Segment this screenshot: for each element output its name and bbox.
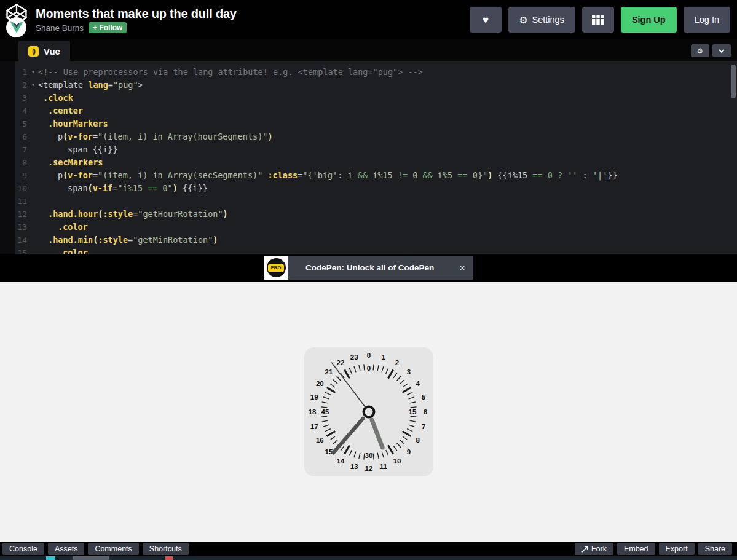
logo-stack [5, 1, 31, 38]
pro-banner[interactable]: PRO CodePen: Unlock all of CodePen × [264, 256, 473, 280]
code-line[interactable]: 10span(v-if="i%15 == 0") {{i}} [0, 182, 731, 195]
clock-tick [336, 376, 341, 381]
chevron-down-icon [719, 49, 725, 53]
signup-button[interactable]: Sign Up [621, 7, 677, 33]
login-button[interactable]: Log In [684, 7, 730, 33]
clock-big-tick [402, 431, 411, 436]
code-line[interactable]: 4.center [0, 105, 731, 117]
clock-tick [393, 373, 396, 377]
code-token: span [68, 183, 88, 193]
console-teal-fragment [46, 556, 55, 560]
clock-hour-label: 14 [336, 457, 344, 464]
code-text: .center [38, 105, 731, 117]
code-line[interactable]: 13.color [0, 221, 731, 234]
pen-info: Moments that make up the dull day Shane … [36, 6, 237, 33]
code-token: && [422, 170, 432, 180]
code-line[interactable]: 6p(v-for="(item, i) in Array(hourSegment… [0, 130, 731, 143]
codepen-page: Moments that make up the dull day Shane … [0, 0, 737, 560]
code-text: .secMarkers [38, 156, 731, 169]
code-line[interactable]: 11 [0, 195, 731, 208]
code-token: "i%15 [117, 183, 148, 193]
follow-button[interactable]: + Follow [89, 22, 127, 33]
code-line[interactable]: 2▾<template lang="pug"> [0, 79, 731, 92]
code-text [38, 195, 731, 208]
export-button[interactable]: Export [659, 543, 695, 555]
pen-author[interactable]: Shane Burns [36, 23, 84, 33]
clock-hour-label: 9 [406, 448, 410, 455]
clock-tick [323, 425, 329, 427]
codepen-logo-icon[interactable] [5, 2, 28, 26]
code-editor[interactable]: 1▾<!-- Use preprocessors via the lang at… [0, 61, 737, 254]
clock-widget: 0153045012345678910111213141516171819202… [304, 347, 433, 476]
code-token: 0}" [468, 170, 488, 180]
pen-title: Moments that make up the dull day [36, 6, 237, 21]
console-button[interactable]: Console [2, 543, 44, 555]
code-token: '|' [593, 170, 607, 180]
comments-button[interactable]: Comments [88, 543, 138, 555]
code-line[interactable]: 5.hourMarkers [0, 117, 731, 130]
clock-big-tick [388, 445, 393, 454]
clock-tick [403, 384, 408, 387]
clock-tick [410, 416, 416, 417]
settings-button[interactable]: ⚙ Settings [508, 7, 575, 33]
clock-tick [377, 365, 379, 371]
clock-tick [321, 406, 327, 407]
share-button[interactable]: Share [698, 543, 732, 555]
code-token: != [398, 170, 408, 180]
clock-tick [382, 451, 384, 457]
code-token: 0 ? [543, 170, 568, 180]
clock-hour-label: 10 [393, 457, 401, 464]
button-label: Console [9, 545, 37, 553]
love-button[interactable]: ♥ [470, 7, 502, 33]
fold-gutter [28, 208, 38, 221]
code-token: = [108, 80, 113, 90]
editor-scrollbar[interactable] [731, 65, 736, 98]
clock-tick [325, 428, 330, 431]
clock-hour-label: 21 [325, 368, 333, 375]
code-token: .secMarkers [48, 157, 103, 167]
fork-button[interactable]: Fork [575, 543, 613, 555]
clock-big-tick [402, 387, 411, 392]
code-token: "pug" [113, 80, 138, 90]
tab-vue[interactable]: () Vue [18, 41, 70, 61]
code-text: <template lang="pug"> [38, 79, 731, 92]
code-line[interactable]: 15.color [0, 246, 731, 254]
code-line[interactable]: 12.hand.hour(:style="getHourRotation") [0, 208, 731, 221]
fold-arrow-icon[interactable]: ▾ [28, 66, 38, 79]
code-line[interactable]: 9p(v-for="(item, i) in Array(secSegments… [0, 169, 731, 182]
fold-gutter [28, 221, 38, 234]
fold-arrow-icon[interactable]: ▾ [28, 79, 38, 92]
footer-left-buttons: ConsoleAssetsCommentsShortcuts [2, 543, 189, 555]
clock-tick [409, 401, 416, 403]
banner-close-button[interactable]: × [452, 262, 473, 273]
fold-gutter [28, 195, 38, 208]
code-line[interactable]: 8.secMarkers [0, 156, 731, 169]
clock-hour-label: 19 [310, 393, 318, 401]
clock-hour-label: 18 [308, 408, 316, 416]
editor-collapse-button[interactable] [712, 44, 731, 57]
editor-settings-button[interactable]: ⚙ [691, 44, 709, 57]
clock-second-label: 0 [366, 365, 370, 372]
shortcuts-button[interactable]: Shortcuts [143, 543, 189, 555]
change-view-button[interactable] [582, 7, 614, 33]
code-token: = [93, 132, 98, 141]
clock-tick [373, 364, 374, 370]
code-line[interactable]: 7span {{i}} [0, 143, 731, 156]
code-token: "(item, i) in Array(secSegments)" [98, 170, 262, 180]
button-label: Embed [624, 545, 648, 553]
code-line[interactable]: 1▾<!-- Use preprocessors via the lang at… [0, 66, 731, 79]
button-label: Fork [591, 545, 607, 553]
code-token: "(item, i) in Array(hourSegments)" [98, 132, 267, 141]
assets-button[interactable]: Assets [48, 543, 85, 555]
clock-tick [349, 450, 352, 455]
code-line[interactable]: 3.clock [0, 92, 731, 105]
clock-tick [329, 436, 334, 440]
clock-tick [349, 368, 352, 373]
clock-big-tick [344, 369, 349, 378]
clock-tick [408, 425, 414, 427]
code-token: ) [213, 235, 218, 245]
code-line[interactable]: 14.hand.min(:style="getMinRotation") [0, 234, 731, 246]
embed-button[interactable]: Embed [617, 543, 655, 555]
code-token: && [358, 170, 368, 180]
pro-badge: PRO [264, 256, 288, 280]
